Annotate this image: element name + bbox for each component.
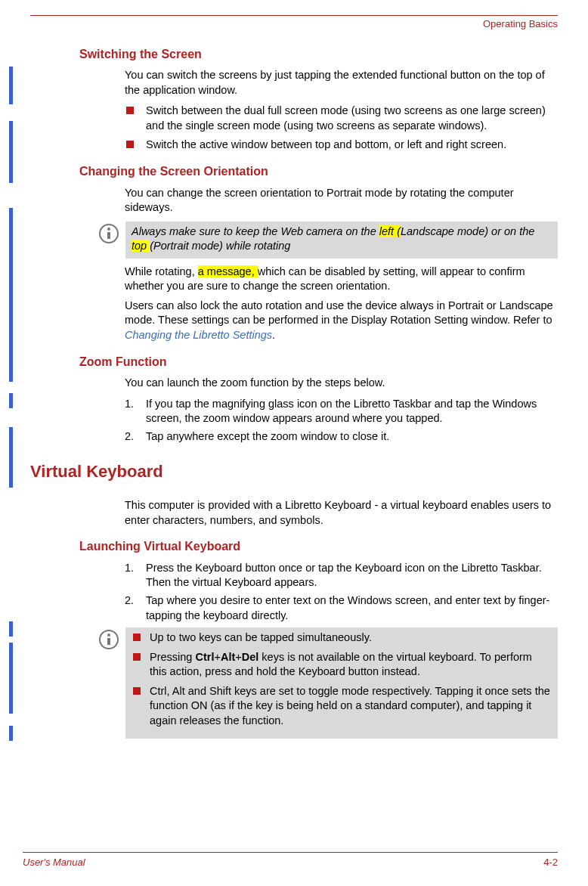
note-text: Up to two keys can be tapped simultaneou… bbox=[125, 627, 558, 739]
text: Pressing bbox=[150, 651, 195, 663]
text: You can switch the screens by just tappi… bbox=[125, 68, 558, 98]
bullet-item: Ctrl, Alt and Shift keys are set to togg… bbox=[132, 684, 552, 729]
highlighted-text: top bbox=[132, 240, 150, 252]
paragraph: While rotating, a message, which can be … bbox=[125, 265, 558, 343]
bullet-list: Up to two keys can be tapped simultaneou… bbox=[132, 630, 552, 728]
heading-launching-keyboard: Launching Virtual Keyboard bbox=[79, 538, 558, 555]
key-name: Del bbox=[242, 651, 259, 663]
note-text: Always make sure to keep the Web camera … bbox=[125, 222, 558, 259]
change-bar bbox=[9, 121, 13, 183]
step-item: Press the Keyboard button once or tap th… bbox=[125, 561, 558, 590]
heading-zoom-function: Zoom Function bbox=[79, 354, 558, 370]
key-name: Ctrl bbox=[195, 651, 214, 663]
change-bar bbox=[9, 726, 13, 741]
text: + bbox=[214, 651, 220, 663]
change-bar bbox=[9, 67, 13, 104]
bullet-list: Switch between the dual full screen mode… bbox=[125, 104, 558, 153]
info-icon bbox=[98, 629, 119, 650]
step-item: Tap anywhere except the zoom window to c… bbox=[125, 429, 558, 445]
text: + bbox=[235, 651, 241, 663]
heading-switching-screen: Switching the Screen bbox=[79, 46, 558, 63]
change-bar bbox=[9, 208, 13, 382]
text: Users can also lock the auto rotation an… bbox=[125, 299, 553, 327]
page-number: 4-2 bbox=[543, 856, 558, 869]
key-name: Alt bbox=[221, 651, 235, 663]
text: Users can also lock the auto rotation an… bbox=[125, 299, 558, 343]
text: Always make sure to keep the Web camera … bbox=[132, 225, 379, 237]
svg-point-4 bbox=[107, 634, 110, 637]
svg-point-1 bbox=[107, 228, 110, 231]
heading-virtual-keyboard: Virtual Keyboard bbox=[30, 460, 558, 483]
bullet-item: Switch the active window between top and… bbox=[125, 138, 558, 153]
highlighted-text: left ( bbox=[379, 225, 401, 237]
change-bar bbox=[9, 643, 13, 714]
change-bar bbox=[9, 621, 13, 637]
paragraph: You can change the screen orientation to… bbox=[125, 186, 558, 215]
step-item: If you tap the magnifying glass icon on … bbox=[125, 397, 558, 426]
info-icon bbox=[98, 223, 119, 244]
ordered-list: Press the Keyboard button once or tap th… bbox=[125, 561, 558, 623]
note-block: Up to two keys can be tapped simultaneou… bbox=[98, 627, 558, 739]
text: You can launch the zoom function by the … bbox=[125, 376, 558, 391]
ordered-list: If you tap the magnifying glass icon on … bbox=[125, 397, 558, 445]
step-item: Tap where you desire to enter text on th… bbox=[125, 593, 558, 623]
bullet-item: Switch between the dual full screen mode… bbox=[125, 104, 558, 133]
svg-rect-5 bbox=[107, 638, 110, 645]
header-rule bbox=[30, 15, 558, 16]
text: . bbox=[272, 329, 275, 341]
paragraph: You can launch the zoom function by the … bbox=[125, 376, 558, 391]
text: While rotating, a message, which can be … bbox=[125, 265, 558, 294]
bullet-item: Up to two keys can be tapped simultaneou… bbox=[132, 630, 552, 646]
footer-rule bbox=[23, 852, 558, 853]
text: This computer is provided with a Librett… bbox=[125, 498, 558, 528]
bullet-item: Pressing Ctrl+Alt+Del keys is not availa… bbox=[132, 650, 552, 680]
footer-left: User's Manual bbox=[23, 856, 85, 869]
note-block: Always make sure to keep the Web camera … bbox=[98, 222, 558, 259]
change-bar bbox=[9, 427, 13, 488]
paragraph: This computer is provided with a Librett… bbox=[125, 498, 558, 528]
cross-reference-link[interactable]: Changing the Libretto Settings bbox=[125, 329, 272, 341]
text: You can change the screen orientation to… bbox=[125, 186, 558, 215]
svg-rect-2 bbox=[107, 232, 110, 239]
text: (Portrait mode) while rotating bbox=[150, 240, 290, 252]
chapter-header: Operating Basics bbox=[15, 17, 558, 31]
text: While rotating, bbox=[125, 265, 198, 277]
highlighted-text: a message, bbox=[198, 265, 258, 277]
heading-changing-orientation: Changing the Screen Orientation bbox=[79, 163, 558, 180]
change-bar bbox=[9, 393, 13, 408]
paragraph: You can switch the screens by just tappi… bbox=[125, 68, 558, 98]
text: Landscape mode) or on the bbox=[401, 225, 534, 237]
page-footer: User's Manual 4-2 bbox=[23, 856, 558, 869]
